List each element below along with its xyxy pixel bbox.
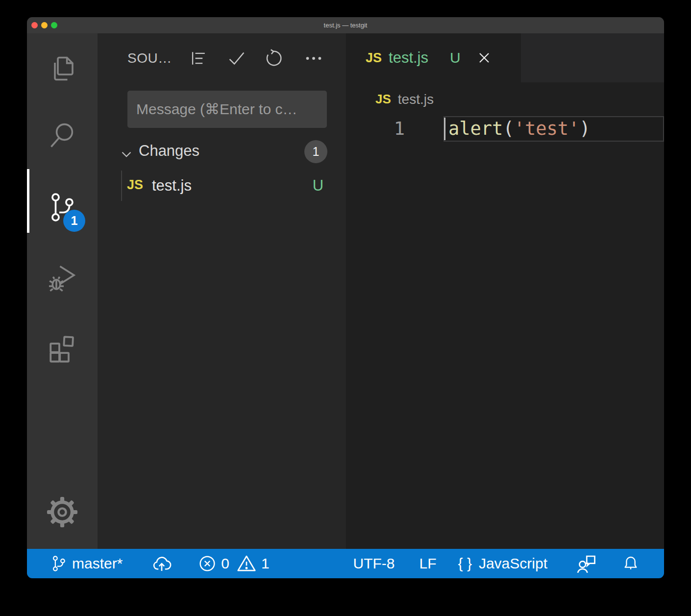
source-control-sidebar: SOU…	[98, 33, 346, 549]
changed-file-row[interactable]: JS test.js U	[98, 171, 346, 201]
sidebar-item-run-debug[interactable]	[27, 250, 98, 304]
close-traffic-light[interactable]	[31, 22, 38, 28]
tab-bar: JS test.js U	[346, 33, 664, 82]
error-count: 0	[221, 555, 229, 572]
run-debug-icon	[45, 260, 80, 295]
code-line-1[interactable]: 1 alert('test')	[346, 116, 664, 142]
sidebar-item-extensions[interactable]	[27, 320, 98, 374]
files-icon	[45, 51, 80, 86]
breadcrumb[interactable]: JS test.js	[346, 82, 664, 116]
sidebar-item-search[interactable]	[27, 109, 98, 163]
activity-bar: 1	[27, 33, 98, 549]
tab-testjs[interactable]: JS test.js U	[346, 33, 521, 82]
git-status-untracked: U	[310, 177, 326, 195]
tab-label: test.js	[389, 49, 428, 67]
code-text: alert('test')	[448, 118, 591, 139]
line-number: 1	[366, 118, 405, 139]
close-icon[interactable]	[475, 49, 493, 67]
file-name: test.js	[152, 177, 192, 195]
branch-name: master*	[72, 555, 123, 572]
javascript-file-icon: JS	[375, 92, 391, 107]
cloud-upload-icon	[150, 552, 173, 575]
bell-icon	[621, 554, 641, 573]
branch-status-item[interactable]: master*	[49, 554, 123, 573]
check-icon	[225, 47, 248, 70]
vscode-window: test.js — testgit	[27, 17, 664, 578]
language-status-item[interactable]: { } JavaScript	[458, 555, 547, 572]
extensions-icon	[44, 328, 81, 366]
minimize-traffic-light[interactable]	[41, 22, 48, 28]
commit-button[interactable]	[225, 47, 248, 70]
language-label: JavaScript	[479, 555, 547, 572]
error-icon	[197, 553, 218, 574]
changes-section-header[interactable]: Changes 1	[98, 139, 346, 168]
braces-icon: { }	[458, 555, 472, 572]
warning-icon	[235, 552, 258, 575]
sidebar-title: SOU…	[127, 49, 172, 67]
notifications-status-item[interactable]	[621, 554, 641, 573]
title-bar: test.js — testgit	[27, 17, 664, 33]
gear-icon	[44, 493, 81, 531]
javascript-file-icon: JS	[127, 177, 143, 193]
maximize-traffic-light[interactable]	[51, 22, 57, 28]
javascript-file-icon: JS	[366, 50, 382, 66]
indent-guide	[121, 171, 122, 201]
breadcrumb-file: test.js	[398, 92, 434, 107]
view-as-tree-button[interactable]	[187, 47, 210, 70]
tab-git-status: U	[450, 49, 461, 66]
sidebar-item-explorer[interactable]	[27, 42, 98, 96]
sidebar-item-source-control[interactable]	[27, 180, 98, 234]
commit-message-input[interactable]	[127, 91, 327, 128]
feedback-status-item[interactable]	[574, 551, 598, 576]
chevron-down-icon	[118, 146, 135, 163]
refresh-icon	[263, 47, 286, 70]
feedback-person-icon	[574, 551, 598, 576]
warning-count: 1	[261, 555, 270, 572]
search-icon	[45, 118, 80, 153]
list-tree-icon	[188, 48, 209, 69]
git-branch-icon	[49, 554, 68, 573]
status-bar: master* 0 1 UTF-8 LF { }	[27, 549, 664, 578]
editor-group[interactable]: JS test.js U JS test.js 1 alert('test')	[346, 33, 664, 549]
encoding-status-item[interactable]: UTF-8	[353, 555, 395, 572]
sidebar-item-settings[interactable]	[27, 485, 98, 539]
text-cursor	[444, 118, 445, 140]
source-control-badge: 1	[63, 210, 85, 232]
changes-count-badge: 1	[304, 140, 327, 163]
sync-changes-item[interactable]	[150, 552, 173, 575]
ellipsis-icon	[302, 47, 325, 70]
eol-status-item[interactable]: LF	[420, 555, 437, 572]
window-title: test.js — testgit	[324, 22, 368, 29]
more-actions-button[interactable]	[302, 47, 325, 70]
changes-label: Changes	[139, 142, 199, 160]
refresh-button[interactable]	[263, 47, 286, 70]
problems-status-item[interactable]: 0 1	[197, 552, 269, 575]
